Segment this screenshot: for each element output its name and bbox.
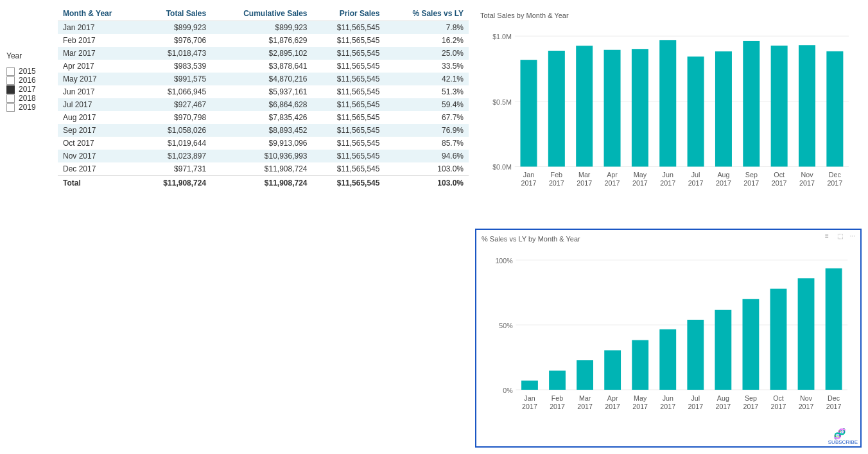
svg-text:Sep: Sep — [745, 171, 758, 179]
table-cell: $7,835,426 — [211, 111, 312, 124]
table-row: Aug 2017$970,798$7,835,426$11,565,54567.… — [58, 111, 469, 124]
svg-text:$0.5M: $0.5M — [492, 98, 512, 106]
year-item[interactable]: 2016 — [6, 76, 51, 85]
table-cell: $8,893,452 — [211, 124, 312, 137]
svg-text:2017: 2017 — [521, 179, 537, 187]
table-cell: $11,565,545 — [313, 21, 385, 35]
table-cell: May 2017 — [58, 73, 139, 85]
bottom-chart-svg: 100%50%0%Jan2017Feb2017Mar2017Apr2017May… — [482, 247, 855, 434]
table-cell: $1,876,629 — [211, 34, 312, 47]
data-table: Month & YearTotal SalesCumulative SalesP… — [58, 6, 469, 190]
svg-text:2017: 2017 — [743, 402, 759, 410]
svg-rect-8 — [576, 46, 593, 166]
table-cell: $11,908,724 — [211, 162, 312, 176]
table-cell: Sep 2017 — [58, 124, 139, 137]
svg-text:2017: 2017 — [688, 179, 704, 187]
svg-text:Jul: Jul — [691, 394, 700, 401]
svg-text:Mar: Mar — [578, 171, 591, 179]
year-item[interactable]: 2017 — [6, 85, 51, 94]
svg-text:2017: 2017 — [660, 402, 675, 410]
table-cell: $11,565,545 — [313, 60, 385, 73]
year-item[interactable]: 2018 — [6, 94, 51, 103]
table-cell: Feb 2017 — [58, 34, 139, 47]
table-cell: 51.3% — [385, 85, 469, 98]
table-cell: $1,066,945 — [139, 85, 211, 98]
table-cell: Oct 2017 — [58, 137, 139, 150]
svg-rect-53 — [659, 329, 676, 389]
svg-text:2017: 2017 — [632, 402, 648, 410]
year-checkbox[interactable] — [6, 76, 15, 85]
table-header: Total Sales — [139, 6, 211, 21]
svg-text:Dec: Dec — [828, 394, 840, 401]
svg-text:2017: 2017 — [827, 179, 842, 187]
table-cell: 94.6% — [385, 150, 469, 162]
menu-icon[interactable]: ≡ — [822, 232, 832, 240]
svg-text:50%: 50% — [499, 321, 513, 329]
table-cell: $4,870,216 — [211, 73, 312, 85]
svg-rect-55 — [715, 310, 731, 389]
main-container: Year 20152016201720182019 Month & YearTo… — [0, 0, 868, 454]
svg-text:Oct: Oct — [773, 394, 784, 401]
dna-icon: 🧬 — [833, 428, 846, 440]
ellipsis-icon[interactable]: ··· — [847, 232, 858, 240]
table-row: Oct 2017$1,019,644$9,913,096$11,565,5458… — [58, 137, 469, 150]
table-footer-cell: $11,908,724 — [139, 176, 211, 191]
table-header-row: Month & YearTotal SalesCumulative SalesP… — [58, 6, 469, 21]
table-cell: $976,706 — [139, 34, 211, 47]
svg-text:Mar: Mar — [579, 394, 591, 401]
table-row: Feb 2017$976,706$1,876,629$11,565,54516.… — [58, 34, 469, 47]
table-cell: $11,565,545 — [313, 150, 385, 162]
svg-text:Nov: Nov — [801, 171, 813, 179]
svg-text:2017: 2017 — [799, 179, 815, 187]
table-row: Jun 2017$1,066,945$5,937,161$11,565,5455… — [58, 85, 469, 98]
table-cell: $6,864,628 — [211, 98, 312, 111]
svg-rect-59 — [826, 268, 842, 389]
table-cell: 25.0% — [385, 47, 469, 60]
year-checkbox[interactable] — [6, 67, 15, 76]
svg-rect-11 — [659, 40, 676, 166]
table-cell: 42.1% — [385, 73, 469, 85]
svg-text:Jun: Jun — [663, 394, 673, 401]
table-cell: Jul 2017 — [58, 98, 139, 111]
year-checkbox[interactable] — [6, 94, 15, 103]
table-footer-row: Total$11,908,724$11,908,724$11,565,54510… — [58, 176, 469, 191]
table-cell: 7.8% — [385, 21, 469, 35]
table-cell: $11,565,545 — [313, 85, 385, 98]
table-cell: 59.4% — [385, 98, 469, 111]
year-checkbox[interactable] — [6, 103, 15, 112]
svg-rect-49 — [549, 371, 566, 390]
year-checkbox[interactable] — [6, 85, 15, 94]
year-item[interactable]: 2015 — [6, 67, 51, 76]
table-cell: $1,019,644 — [139, 137, 211, 150]
table-cell: $983,539 — [139, 60, 211, 73]
export-icon[interactable]: ⬚ — [835, 232, 845, 240]
table-row: Dec 2017$971,731$11,908,724$11,565,54510… — [58, 162, 469, 176]
table-cell: $11,565,545 — [313, 73, 385, 85]
svg-rect-10 — [632, 49, 648, 166]
svg-text:May: May — [634, 394, 647, 401]
table-footer-cell: $11,565,545 — [313, 176, 385, 191]
svg-text:$0.0M: $0.0M — [492, 163, 512, 171]
bottom-chart-title: % Sales vs LY by Month & Year — [482, 235, 855, 243]
year-items-container: 20152016201720182019 — [6, 67, 51, 112]
svg-rect-6 — [520, 60, 537, 166]
svg-rect-15 — [771, 46, 788, 166]
svg-text:Apr: Apr — [607, 394, 618, 401]
svg-text:2017: 2017 — [771, 402, 786, 410]
svg-text:0%: 0% — [503, 386, 513, 394]
subscribe-button[interactable]: SUBSCRIBE — [828, 439, 858, 445]
table-cell: 85.7% — [385, 137, 469, 150]
data-table-container: Month & YearTotal SalesCumulative SalesP… — [58, 6, 469, 448]
svg-text:2017: 2017 — [549, 179, 564, 187]
top-chart-area: $1.0M$0.5M$0.0MJan2017Feb2017Mar2017Apr2… — [480, 23, 856, 211]
svg-rect-50 — [577, 360, 593, 390]
right-panel: Total Sales by Month & Year $1.0M$0.5M$0… — [475, 6, 862, 448]
svg-text:2017: 2017 — [716, 179, 731, 187]
table-cell: $11,565,545 — [313, 162, 385, 176]
table-cell: $899,923 — [211, 21, 312, 35]
year-item[interactable]: 2019 — [6, 103, 51, 112]
svg-rect-13 — [715, 51, 732, 166]
table-cell: 103.0% — [385, 162, 469, 176]
svg-rect-16 — [799, 45, 815, 166]
svg-text:2017: 2017 — [605, 402, 620, 410]
